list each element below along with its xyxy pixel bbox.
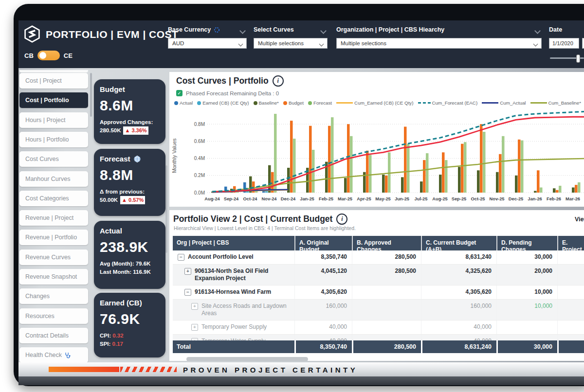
legend-item-cum-actual[interactable]: Cum_Actual (482, 100, 526, 106)
x-tick-label: Sep-25 (452, 196, 467, 201)
sidebar-item-revenue-project[interactable]: Revenue | Project (19, 210, 88, 226)
kpi-card-budget[interactable]: Budget 8.6M Approved Changes: 280.50K▲ 3… (94, 79, 165, 144)
x-tick-label: Oct-25 (471, 196, 485, 201)
table-row-site-access-roads-and-laydown-areas[interactable]: +Site Access Roads and Laydown Areas160,… (173, 300, 584, 321)
info-icon[interactable]: i (336, 214, 347, 225)
y-tick-label: 0.6M (194, 139, 205, 144)
sidebar-item-label: Cost | Project (25, 77, 62, 84)
kpi-forecast-sub: Δ from previous: 50.00K▲ 0.57% (100, 188, 160, 204)
kpi-actual-value: 238.9K (100, 239, 160, 255)
total-value-cell: 8,631,240 (421, 340, 496, 353)
line-cum-forecast-eac[interactable] (212, 111, 584, 192)
sidebar-item-revenue-snapshot[interactable]: Revenue Snapshot (19, 269, 88, 285)
legend-item-cum-forecast-eac[interactable]: Cum_Forecast (EAC) (418, 100, 478, 106)
x-tick-label: Dec-25 (509, 196, 524, 201)
legend-item-forecast[interactable]: Forecast (308, 100, 332, 106)
sidebar-item-changes[interactable]: Changes (19, 288, 88, 304)
row-name-label: 906134-North Sea Oil Field Expansion Pro… (195, 267, 292, 282)
sidebar-item-cost-project[interactable]: Cost | Project (19, 73, 88, 89)
line-cum-baseline[interactable] (212, 159, 584, 192)
sidebar-item-label: Contract Details (25, 332, 69, 339)
sidebar-item-label: Health Check (25, 352, 62, 358)
sidebar-item-label: Cost | Portfolio (25, 97, 69, 104)
sidebar-item-revenue-curves[interactable]: Revenue Curves (19, 249, 88, 265)
checkbox-checked-icon[interactable]: ✓ (176, 90, 182, 96)
expand-icon[interactable]: + (191, 303, 198, 310)
sidebar-item-label: Cost Categories (25, 195, 69, 202)
legend-item-label: Earned (CB) (CE Qty) (202, 100, 249, 106)
sidebar-item-hours-project[interactable]: Hours | Project (19, 112, 88, 128)
legend-item-budget[interactable]: Budget (283, 100, 304, 106)
sidebar-item-health-check[interactable]: Health Check (19, 347, 88, 363)
line-cum-budget[interactable] (212, 117, 584, 192)
org-hierarchy-select[interactable]: Multiple selections (336, 38, 542, 49)
sidebar-item-cost-portfolio[interactable]: Cost | Portfolio (19, 92, 88, 108)
toggle-left-label: CB (24, 52, 34, 59)
legend-item-baseline[interactable]: Baseline* (254, 100, 279, 106)
collapse-icon[interactable]: − (184, 289, 191, 296)
legend-item-earned-cb-ce-qty[interactable]: Earned (CB) (CE Qty) (197, 100, 249, 106)
row-name-label: Site Access Roads and Laydown Areas (201, 303, 292, 317)
kpi-earned-sub: CPI: 0.32 SPI: 0.17 (100, 332, 160, 348)
row-value-cell (557, 335, 584, 340)
base-currency-select[interactable]: AUD (168, 38, 247, 49)
row-value-cell: 40,000 (421, 321, 496, 334)
kpi-actual-title: Actual (100, 227, 160, 235)
row-value-cell (557, 321, 584, 334)
toggle-knob[interactable] (39, 52, 46, 59)
kpi-card-actual[interactable]: Actual 238.9K Avg (Month): 79.6K Last Mo… (94, 221, 165, 289)
table-row-906134-north-sea-oil-field-expansion-project[interactable]: +906134-North Sea Oil Field Expansion Pr… (173, 265, 584, 285)
kpi-forecast-sub2: 50.00K (100, 197, 118, 203)
row-value-cell: 40,000 (294, 335, 352, 340)
kpi-card-forecast[interactable]: Forecast 8.8M Δ from previous: 50.00K▲ 0… (94, 149, 165, 216)
x-tick-label: Mar-26 (566, 196, 580, 201)
dot-swatch-icon (283, 101, 287, 105)
sidebar-item-revenue-portfolio[interactable]: Revenue | Portfolio (19, 230, 88, 245)
sidebar-scrollbar[interactable] (90, 73, 92, 117)
view-label[interactable]: View (575, 216, 584, 223)
table-row-temporary-power-supply[interactable]: +Temporary Power Supply40,00040,000 (173, 321, 584, 335)
date-slider-thumb[interactable] (576, 54, 580, 63)
sync-icon[interactable] (214, 27, 220, 33)
cb-ce-toggle[interactable] (37, 51, 60, 60)
legend-item-cum-earned-cb-ce-qty[interactable]: Cum_Earned (CB) (CE Qty) (336, 100, 413, 106)
date-end-input[interactable] (582, 38, 584, 49)
sidebar-item-contract-details[interactable]: Contract Details (19, 328, 88, 343)
sidebar-item-manhour-curves[interactable]: Manhour Curves (19, 171, 88, 187)
row-value-cell: 40,000 (421, 335, 496, 340)
select-curves-select[interactable]: Multiple selections (254, 38, 328, 49)
sidebar-item-cost-curves[interactable]: Cost Curves (19, 151, 88, 167)
line-swatch-icon (336, 102, 353, 104)
row-value-cell: 4,305,620 (294, 285, 352, 299)
legend-item-label: Cum_Baseline* (548, 100, 582, 106)
org-hierarchy-value: Multiple selections (341, 40, 386, 46)
legend-item-actual[interactable]: Actual (174, 100, 193, 106)
sidebar-item-resources[interactable]: Resources (19, 308, 88, 324)
table-row-916134-hornsea-wind-farm[interactable]: −916134-Hornsea Wind Farm4,305,6204,305,… (173, 285, 584, 300)
row-name-cell: +Temporary Power Supply (173, 321, 294, 334)
kpi-column-scrollbar[interactable] (165, 165, 167, 253)
expand-icon[interactable]: + (184, 268, 191, 275)
cost-curves-chart[interactable]: 0.0M0.2M0.4M0.6M0.8MMonthly ValuesAug-24… (169, 107, 584, 207)
table-row-account-portfolio-level[interactable]: −Account Portfolio Level8,350,740280,500… (173, 250, 584, 265)
kpi-card-earned[interactable]: Earned (CB) 76.9K CPI: 0.32 SPI: 0.17 (94, 293, 165, 357)
row-value-cell: 4,045,120 (294, 265, 352, 285)
info-icon[interactable]: i (273, 75, 284, 87)
date-start-input[interactable]: 1/1/2020 (549, 38, 579, 49)
row-value-cell: 30,000 (496, 250, 557, 264)
legend-item-label: Actual (180, 100, 193, 106)
total-value-cell (557, 340, 584, 353)
sidebar-item-hours-portfolio[interactable]: Hours | Portfolio (19, 132, 88, 147)
collapse-icon[interactable]: − (178, 254, 184, 261)
expand-icon[interactable]: + (191, 324, 198, 331)
kpi-budget-sub2: 280.50K (100, 127, 121, 133)
legend-item-cum-baseline[interactable]: Cum_Baseline* (530, 100, 582, 106)
legend-item-label: Cum_Actual (500, 100, 526, 106)
table-horizontal-scrollbar[interactable] (186, 357, 308, 361)
table-row-temporary-water-supply[interactable]: +Temporary Water Supply40,00040,000 (173, 335, 584, 340)
y-tick-label: 0.2M (194, 173, 205, 178)
base-currency-value: AUD (172, 40, 184, 46)
dash-swatch-icon (418, 102, 431, 104)
sidebar-item-cost-categories[interactable]: Cost Categories (19, 191, 88, 206)
chevron-down-icon (533, 42, 538, 47)
